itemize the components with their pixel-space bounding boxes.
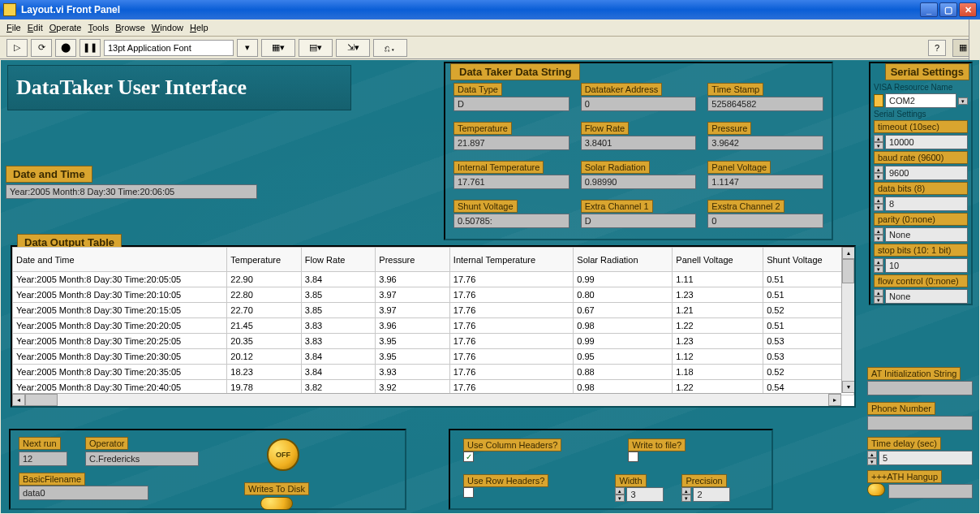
table-row[interactable]: Year:2005 Month:8 Day:30 Time:20:10:0522… xyxy=(13,287,854,303)
table-cell[interactable]: 3.85 xyxy=(301,287,376,303)
data-output-table[interactable]: Date and TimeTemperatureFlow RatePressur… xyxy=(12,247,854,395)
resize-button[interactable]: ⇲▾ xyxy=(336,39,370,57)
run-button[interactable]: ▷ xyxy=(6,39,28,57)
table-cell[interactable]: 17.76 xyxy=(449,334,574,349)
table-cell[interactable]: 20.12 xyxy=(227,349,302,365)
table-header[interactable]: Temperature xyxy=(227,248,302,272)
table-cell[interactable]: Year:2005 Month:8 Day:30 Time:20:20:05 xyxy=(13,318,227,334)
scroll-right-icon[interactable]: ▸ xyxy=(828,394,841,406)
table-cell[interactable]: 3.95 xyxy=(376,349,450,365)
distribute-button[interactable]: ▤▾ xyxy=(299,39,333,57)
table-cell[interactable]: 3.97 xyxy=(376,303,450,318)
table-cell[interactable]: 20.35 xyxy=(227,334,302,349)
table-cell[interactable]: Year:2005 Month:8 Day:30 Time:20:10:05 xyxy=(13,287,227,303)
table-row[interactable]: Year:2005 Month:8 Day:30 Time:20:05:0522… xyxy=(13,272,854,287)
scroll-down-icon[interactable]: ▾ xyxy=(842,381,854,393)
table-cell[interactable]: Year:2005 Month:8 Day:30 Time:20:05:05 xyxy=(13,272,227,287)
nextrun-field[interactable]: 12 xyxy=(19,451,67,466)
pressure-field[interactable]: 3.9642 xyxy=(707,136,823,150)
scroll-up-icon[interactable]: ▴ xyxy=(842,247,854,259)
table-cell[interactable]: 3.83 xyxy=(301,318,376,334)
run-continuous-button[interactable]: ⟳ xyxy=(31,39,52,57)
table-cell[interactable]: 22.80 xyxy=(227,287,302,303)
flowcontrol-field[interactable]: ▴▾None xyxy=(874,289,968,304)
table-cell[interactable]: 0.52 xyxy=(763,303,854,318)
table-cell[interactable]: Year:2005 Month:8 Day:30 Time:20:35:05 xyxy=(13,365,227,380)
table-cell[interactable]: 0.53 xyxy=(763,349,854,365)
maximize-button[interactable]: ▢ xyxy=(939,2,957,17)
table-cell[interactable]: 3.96 xyxy=(376,272,450,287)
table-cell[interactable]: 3.83 xyxy=(301,334,376,349)
databits-field[interactable]: ▴▾8 xyxy=(874,197,968,211)
solar-radiation-field[interactable]: 0.98990 xyxy=(581,175,697,189)
scroll-left-icon[interactable]: ◂ xyxy=(12,394,25,406)
table-cell[interactable]: 0.95 xyxy=(574,349,673,365)
menu-operate[interactable]: Operate xyxy=(48,21,84,34)
table-cell[interactable]: 17.76 xyxy=(449,272,574,287)
visa-dropdown-icon[interactable]: ▾ xyxy=(958,97,968,105)
table-header[interactable]: Panell Voltage xyxy=(673,248,763,272)
table-cell[interactable]: 17.76 xyxy=(449,287,574,303)
table-cell[interactable]: 3.93 xyxy=(376,365,450,380)
table-vscroll[interactable]: ▴ ▾ xyxy=(841,247,854,393)
use-row-headers-checkbox[interactable] xyxy=(463,487,474,498)
table-cell[interactable]: Year:2005 Month:8 Day:30 Time:20:25:05 xyxy=(13,334,227,349)
at-init-field[interactable] xyxy=(867,381,973,395)
timeout-field[interactable]: ▴▾10000 xyxy=(874,135,968,149)
table-cell[interactable]: 3.96 xyxy=(376,318,450,334)
table-cell[interactable]: 1.18 xyxy=(673,365,763,380)
table-cell[interactable]: 22.70 xyxy=(227,303,302,318)
table-cell[interactable]: 0.98 xyxy=(574,318,673,334)
time-delay-field[interactable]: ▴▾5 xyxy=(867,450,973,465)
phone-number-field[interactable] xyxy=(867,416,973,430)
table-cell[interactable]: 0.99 xyxy=(574,334,673,349)
table-header[interactable]: Shunt Voltage xyxy=(763,248,854,272)
use-column-headers-checkbox[interactable]: ✓ xyxy=(463,451,474,462)
table-cell[interactable]: 1.12 xyxy=(673,349,763,365)
table-cell[interactable]: 0.51 xyxy=(763,287,854,303)
table-cell[interactable]: 1.21 xyxy=(673,303,763,318)
table-cell[interactable]: Year:2005 Month:8 Day:30 Time:20:15:05 xyxy=(13,303,227,318)
hangup-field[interactable] xyxy=(888,484,973,499)
extra-channel-2-field[interactable]: 0 xyxy=(707,214,823,228)
table-row[interactable]: Year:2005 Month:8 Day:30 Time:20:25:0520… xyxy=(13,334,854,349)
table-cell[interactable]: 1.11 xyxy=(673,272,763,287)
help-button[interactable]: ? xyxy=(928,40,946,56)
table-header[interactable]: Solar Radiation xyxy=(574,248,673,272)
flowrate-field[interactable]: 3.8401 xyxy=(581,136,697,150)
table-cell[interactable]: 0.67 xyxy=(574,303,673,318)
menu-window[interactable]: Window xyxy=(150,21,185,34)
table-hscroll[interactable]: ◂ ▸ xyxy=(12,393,841,406)
table-cell[interactable]: 17.76 xyxy=(449,318,574,334)
panel-voltage-field[interactable]: 1.1147 xyxy=(707,175,823,189)
table-cell[interactable]: 1.22 xyxy=(673,318,763,334)
internal-temp-field[interactable]: 17.761 xyxy=(453,175,570,189)
table-header[interactable]: Date and Time xyxy=(13,248,227,272)
basicfilename-field[interactable]: data0 xyxy=(19,486,148,500)
write-to-file-checkbox[interactable] xyxy=(628,451,638,462)
reorder-button[interactable]: ⎌▾ xyxy=(373,39,407,57)
table-header[interactable]: Pressure xyxy=(376,248,450,272)
off-button[interactable]: OFF xyxy=(267,438,299,471)
menu-tools[interactable]: Tools xyxy=(86,21,110,34)
table-cell[interactable]: 0.52 xyxy=(763,365,854,380)
close-button[interactable]: ✕ xyxy=(959,2,977,17)
table-cell[interactable]: 0.80 xyxy=(574,287,673,303)
table-cell[interactable]: 1.23 xyxy=(673,334,763,349)
data-type-field[interactable]: D xyxy=(453,97,570,111)
stopbits-field[interactable]: ▴▾10 xyxy=(874,258,968,273)
pause-button[interactable]: ❚❚ xyxy=(80,39,101,57)
table-cell[interactable]: 0.88 xyxy=(574,365,673,380)
menu-edit[interactable]: Edit xyxy=(26,21,45,34)
table-cell[interactable]: 3.95 xyxy=(376,334,450,349)
table-cell[interactable]: 17.76 xyxy=(449,303,574,318)
width-field[interactable]: ▴▾3 xyxy=(615,487,664,502)
font-selector[interactable]: 13pt Application Font xyxy=(104,40,234,56)
align-button[interactable]: ▦▾ xyxy=(261,39,295,57)
timestamp-field[interactable]: 525864582 xyxy=(707,97,823,111)
table-header[interactable]: Internal Temperature xyxy=(449,248,574,272)
table-header[interactable]: Flow Rate xyxy=(301,248,376,272)
precision-field[interactable]: ▴▾2 xyxy=(681,487,730,502)
menu-help[interactable]: Help xyxy=(188,21,210,34)
table-cell[interactable]: 3.85 xyxy=(301,303,376,318)
